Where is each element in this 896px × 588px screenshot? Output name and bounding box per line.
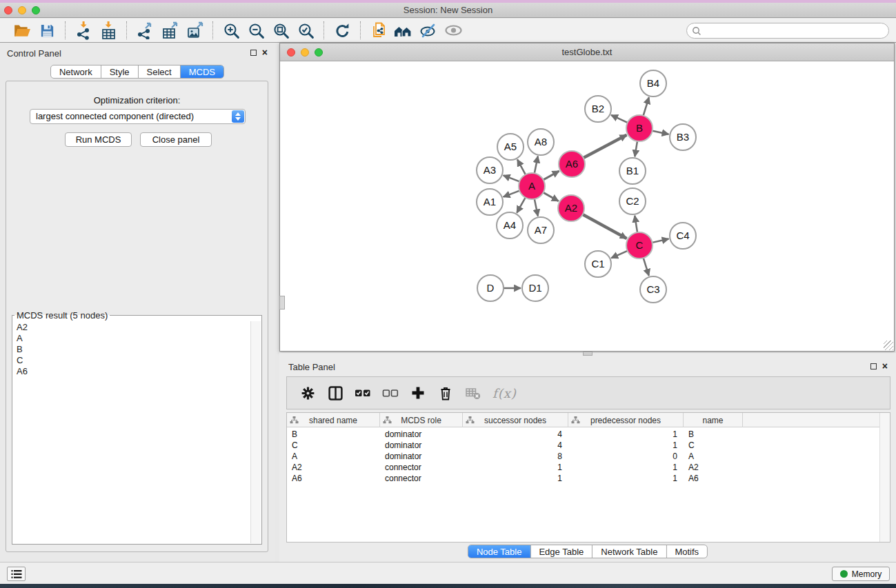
table-settings-button[interactable] <box>295 381 320 405</box>
column-header-predecessor-nodes[interactable]: predecessor nodes <box>568 413 684 427</box>
graph-edge-A2-C[interactable] <box>583 214 627 239</box>
column-header-shared-name[interactable]: shared name <box>287 413 380 427</box>
result-list-item[interactable]: A6 <box>17 366 249 377</box>
show-column-panel-button[interactable] <box>323 381 348 405</box>
delete-table-button[interactable] <box>461 381 486 405</box>
table-cell[interactable]: 1 <box>568 440 684 451</box>
network-close-button[interactable] <box>287 48 295 57</box>
run-mcds-button[interactable]: Run MCDS <box>65 132 132 147</box>
table-cell[interactable]: C <box>684 440 743 451</box>
export-network-button[interactable] <box>132 20 157 41</box>
home-view-button[interactable] <box>391 20 416 41</box>
close-table-panel-icon[interactable]: × <box>882 363 888 369</box>
tab-network-table[interactable]: Network Table <box>593 545 666 558</box>
function-builder-button[interactable]: f(x) <box>488 381 521 405</box>
create-column-button[interactable] <box>406 381 430 405</box>
graph-node-A6[interactable]: A6 <box>559 151 585 177</box>
graph-node-B[interactable]: B <box>626 115 653 141</box>
tab-node-table[interactable]: Node Table <box>468 545 531 558</box>
float-panel-icon[interactable] <box>250 50 257 56</box>
graph-edge-A-A5[interactable] <box>517 159 526 174</box>
table-cell[interactable]: A <box>287 451 380 462</box>
hide-annotations-button[interactable] <box>416 20 441 41</box>
table-cell[interactable]: 1 <box>568 429 684 440</box>
column-header-name[interactable]: name <box>684 413 743 427</box>
graph-node-C1[interactable]: C1 <box>585 251 611 277</box>
graph-node-A3[interactable]: A3 <box>477 157 503 183</box>
graph-node-C4[interactable]: C4 <box>670 223 696 249</box>
table-cell[interactable]: 1 <box>463 473 568 484</box>
graph-node-A5[interactable]: A5 <box>497 134 524 160</box>
graph-node-C2[interactable]: C2 <box>619 188 646 214</box>
zoom-in-button[interactable] <box>219 20 243 41</box>
import-table-button[interactable] <box>96 20 121 41</box>
graph-edge-A-A7[interactable] <box>535 199 538 216</box>
graph-node-B3[interactable]: B3 <box>670 124 696 150</box>
network-window-titlebar[interactable]: testGlobe.txt <box>280 43 894 61</box>
graph-node-C3[interactable]: C3 <box>640 276 666 303</box>
export-image-button[interactable] <box>182 20 207 41</box>
graph-edge-A-A3[interactable] <box>504 175 520 181</box>
graph-node-A4[interactable]: A4 <box>497 212 523 239</box>
result-list-item[interactable]: A2 <box>17 322 249 333</box>
import-network-button[interactable] <box>71 20 96 41</box>
table-cell[interactable]: 8 <box>463 451 568 462</box>
table-cell[interactable]: B <box>684 429 743 440</box>
graph-edge-C-C1[interactable] <box>611 251 628 258</box>
graph-edge-A-A1[interactable] <box>504 191 520 197</box>
minimize-window-button[interactable] <box>18 6 26 14</box>
graph-node-A7[interactable]: A7 <box>528 217 554 243</box>
graph-edge-A-A6[interactable] <box>544 171 559 180</box>
zoom-selected-button[interactable] <box>293 20 318 41</box>
network-minimize-button[interactable] <box>301 48 309 57</box>
tab-edge-table[interactable]: Edge Table <box>530 545 593 558</box>
graph-edge-A-A8[interactable] <box>535 156 538 174</box>
panel-collapse-handle[interactable] <box>279 296 285 310</box>
graph-edge-B-B2[interactable] <box>611 115 628 123</box>
graph-edge-B-B1[interactable] <box>635 141 637 157</box>
graph-edge-A6-B[interactable] <box>584 135 627 158</box>
search-field[interactable] <box>686 23 889 39</box>
select-all-columns-button[interactable] <box>350 381 375 405</box>
table-cell[interactable]: dominator <box>380 440 463 451</box>
graph-edge-B-B4[interactable] <box>644 97 649 116</box>
graph-edge-A-A4[interactable] <box>517 198 525 213</box>
open-session-button[interactable] <box>10 20 34 41</box>
table-row[interactable]: Cdominator41C <box>287 440 879 451</box>
table-cell[interactable]: C <box>287 440 380 451</box>
resize-grip[interactable] <box>884 341 893 350</box>
show-graphics-button[interactable] <box>441 20 466 41</box>
graph-node-B2[interactable]: B2 <box>585 96 611 122</box>
table-cell[interactable]: A2 <box>684 462 743 473</box>
tab-motifs[interactable]: Motifs <box>666 545 707 558</box>
table-row[interactable]: Bdominator41B <box>287 429 879 440</box>
table-cell[interactable]: 1 <box>463 462 568 473</box>
close-panel-icon[interactable]: × <box>262 49 268 56</box>
table-cell[interactable]: 0 <box>568 451 684 462</box>
graph-node-B4[interactable]: B4 <box>640 70 666 97</box>
graph-edge-C-C3[interactable] <box>644 258 649 276</box>
table-cell[interactable]: A2 <box>287 462 380 473</box>
table-row[interactable]: A6connector11A6 <box>287 473 879 484</box>
graph-node-B1[interactable]: B1 <box>619 158 646 184</box>
zoom-fit-button[interactable] <box>268 20 293 41</box>
graph-edge-A-A2[interactable] <box>544 192 559 201</box>
refresh-layout-button[interactable] <box>330 20 355 41</box>
network-zoom-button[interactable] <box>315 48 323 57</box>
graph-edge-C-C2[interactable] <box>635 216 637 232</box>
float-table-panel-icon[interactable] <box>870 363 877 369</box>
tab-mcds[interactable]: MCDS <box>181 65 223 78</box>
table-cell[interactable]: A6 <box>684 473 743 484</box>
delete-column-button[interactable] <box>433 381 458 405</box>
close-panel-button[interactable]: Close panel <box>140 132 212 147</box>
graph-edge-B-B3[interactable] <box>653 131 669 134</box>
column-header-MCDS-role[interactable]: MCDS role <box>380 413 463 427</box>
graph-node-D[interactable]: D <box>477 275 504 301</box>
graph-node-A8[interactable]: A8 <box>528 129 554 155</box>
table-cell[interactable]: 1 <box>568 473 684 484</box>
result-list-item[interactable]: C <box>17 355 249 366</box>
result-list-item[interactable]: A <box>17 333 249 344</box>
mcds-result-list[interactable]: A2ABCA6 <box>14 322 249 543</box>
task-history-button[interactable] <box>7 567 26 581</box>
graph-edge-C-C4[interactable] <box>653 239 669 243</box>
